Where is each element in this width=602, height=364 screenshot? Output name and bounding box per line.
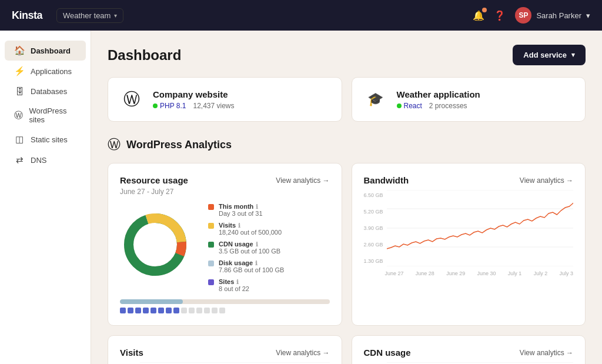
- site-dot: [143, 308, 149, 313]
- sidebar-item-wordpress[interactable]: Ⓦ WordPress sites: [5, 102, 86, 129]
- visits-card: Visits View analytics → 22,500 18,000: [108, 335, 342, 364]
- notification-icon[interactable]: 🔔: [473, 10, 484, 21]
- sidebar-item-label: Dashboard: [31, 46, 71, 55]
- wordpress-service-icon: Ⓦ: [120, 88, 143, 111]
- php-badge: PHP 8.1: [153, 102, 186, 110]
- applications-icon: ⚡: [14, 66, 25, 76]
- sites-dots: [120, 308, 330, 313]
- user-chevron-icon: ▾: [586, 11, 590, 20]
- site-dot: [173, 308, 179, 313]
- sidebar-item-label: WordPress sites: [29, 106, 76, 124]
- sidebar-item-dns[interactable]: ⇄ DNS: [5, 150, 86, 170]
- site-dot: [150, 308, 156, 313]
- site-dot-empty: [219, 308, 225, 313]
- wp-analytics-icon: Ⓦ: [108, 136, 121, 153]
- avatar: SP: [515, 7, 531, 24]
- visits-view-analytics[interactable]: View analytics →: [276, 349, 329, 357]
- legend-item-month: This month ℹ Day 3 out of 31: [208, 203, 330, 217]
- bw-x1: June 27: [385, 271, 404, 276]
- databases-icon: 🗄: [14, 86, 25, 96]
- bandwidth-card: Bandwidth View analytics → 6.50 GB 5.20 …: [352, 163, 586, 326]
- status-dot: [397, 103, 402, 108]
- site-dot-empty: [189, 308, 195, 313]
- legend-item-sites: Sites ℹ 8 out of 22: [208, 278, 330, 292]
- service-card-info: Weather application React 2 processes: [397, 89, 480, 110]
- bw-x4: June 30: [477, 271, 496, 276]
- legend-item-disk: Disk usage ℹ 7.86 GB out of 100 GB: [208, 259, 330, 273]
- charts-grid: Resource usage View analytics → June 27 …: [108, 163, 586, 326]
- bw-y4: 5.20 GB: [364, 209, 383, 215]
- topbar: Kinsta Weather team ▾ 🔔 ❓ SP Sarah Parke…: [0, 0, 602, 31]
- service-title: Company website: [153, 89, 235, 99]
- service-card-company[interactable]: Ⓦ Company website PHP 8.1 12,437 views: [108, 77, 342, 122]
- notification-badge: [482, 8, 487, 12]
- analytics-title: WordPress Analytics: [126, 139, 232, 151]
- bandwidth-chart: [387, 190, 573, 266]
- service-card-weather[interactable]: 🎓 Weather application React 2 processes: [352, 77, 586, 122]
- visits-header: Visits View analytics →: [120, 348, 330, 358]
- resource-inner: This month ℹ Day 3 out of 31 Visits ℹ 18…: [120, 203, 330, 292]
- resource-legend: This month ℹ Day 3 out of 31 Visits ℹ 18…: [208, 203, 330, 292]
- react-badge: React: [397, 102, 422, 110]
- topbar-icons: 🔔 ❓ SP Sarah Parker ▾: [473, 7, 590, 24]
- sidebar-item-label: Static sites: [31, 135, 68, 144]
- sidebar-item-applications[interactable]: ⚡ Applications: [5, 61, 86, 81]
- team-name: Weather team: [63, 11, 111, 20]
- logo: Kinsta: [12, 9, 42, 22]
- weather-service-icon: 🎓: [364, 92, 387, 107]
- user-name: Sarah Parker: [536, 11, 581, 20]
- bandwidth-view-analytics[interactable]: View analytics →: [520, 176, 573, 185]
- sidebar-item-static[interactable]: ◫ Static sites: [5, 129, 86, 149]
- legend-item-cdn: CDN usage ℹ 3.5 GB out of 100 GB: [208, 241, 330, 255]
- service-title: Weather application: [397, 89, 480, 99]
- sidebar-item-label: Applications: [31, 67, 72, 76]
- cdn-header: CDN usage View analytics →: [364, 348, 574, 358]
- resource-usage-card: Resource usage View analytics → June 27 …: [108, 163, 342, 326]
- resource-title: Resource usage: [120, 175, 188, 185]
- help-icon[interactable]: ❓: [494, 10, 506, 21]
- cdn-usage-card: CDN usage View analytics → 4.00 GB 3.20 …: [352, 335, 586, 364]
- site-dot: [158, 308, 164, 313]
- page-header: Dashboard Add service ▾: [108, 45, 586, 65]
- bw-y5: 6.50 GB: [364, 192, 383, 198]
- static-icon: ◫: [14, 134, 25, 145]
- cdn-view-analytics[interactable]: View analytics →: [520, 349, 573, 357]
- page-title: Dashboard: [108, 47, 181, 64]
- site-dot-empty: [204, 308, 210, 313]
- service-views: 12,437 views: [193, 102, 234, 110]
- resource-view-analytics[interactable]: View analytics →: [276, 176, 329, 185]
- site-dot: [120, 308, 126, 313]
- home-icon: 🏠: [14, 45, 25, 56]
- bw-x3: June 29: [446, 271, 465, 276]
- add-service-chevron-icon: ▾: [571, 51, 575, 59]
- site-dot-empty: [181, 308, 187, 313]
- disk-fill: [120, 299, 183, 304]
- status-dot: [153, 103, 158, 108]
- sidebar-item-databases[interactable]: 🗄 Databases: [5, 82, 86, 101]
- site-dot-empty: [196, 308, 202, 313]
- sidebar-item-dashboard[interactable]: 🏠 Dashboard: [5, 41, 86, 61]
- team-chevron-icon: ▾: [114, 12, 117, 19]
- bandwidth-title: Bandwidth: [364, 175, 409, 185]
- add-service-button[interactable]: Add service ▾: [513, 45, 586, 65]
- site-dot: [166, 308, 172, 313]
- site-dot: [135, 308, 141, 313]
- resource-card-header: Resource usage View analytics →: [120, 175, 330, 185]
- layout: 🏠 Dashboard ⚡ Applications 🗄 Databases Ⓦ…: [0, 31, 602, 364]
- team-selector[interactable]: Weather team ▾: [56, 8, 123, 23]
- bandwidth-header: Bandwidth View analytics →: [364, 175, 574, 185]
- service-processes: 2 processes: [429, 102, 467, 110]
- service-meta: PHP 8.1 12,437 views: [153, 102, 235, 110]
- sidebar: 🏠 Dashboard ⚡ Applications 🗄 Databases Ⓦ…: [0, 31, 91, 364]
- legend-item-visits: Visits ℹ 18,240 out of 500,000: [208, 222, 330, 236]
- sidebar-item-label: Databases: [31, 87, 67, 96]
- analytics-header: Ⓦ WordPress Analytics: [108, 136, 586, 153]
- bw-x5: July 1: [508, 271, 522, 276]
- cdn-title: CDN usage: [364, 348, 411, 358]
- user-menu[interactable]: SP Sarah Parker ▾: [515, 7, 590, 24]
- wordpress-icon: Ⓦ: [14, 110, 23, 121]
- resource-date-range: June 27 - July 27: [120, 188, 330, 196]
- service-meta: React 2 processes: [397, 102, 480, 110]
- bw-x7: July 3: [559, 271, 573, 276]
- visits-title: Visits: [120, 348, 143, 358]
